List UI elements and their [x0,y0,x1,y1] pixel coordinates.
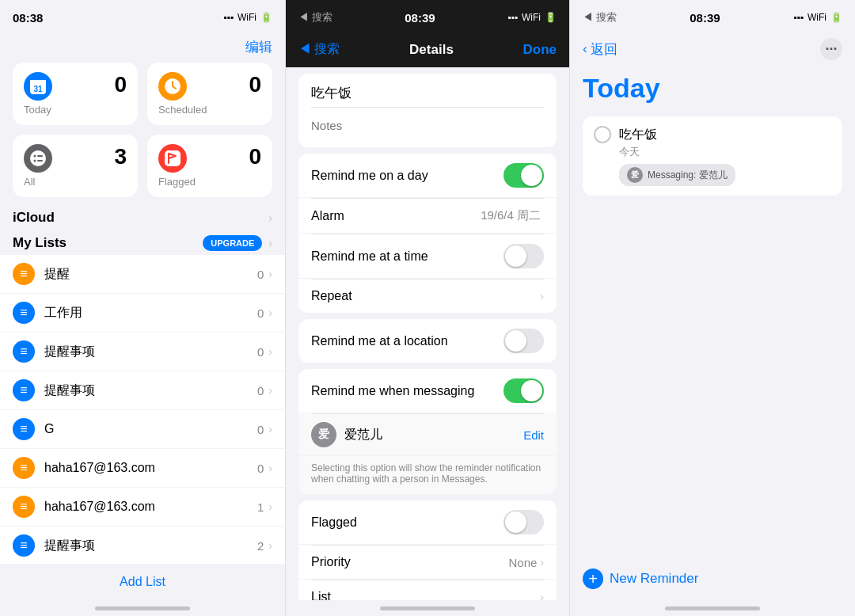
p2-title: Details [409,42,454,58]
remind-time-row: Remind me at a time [298,234,557,279]
upgrade-button[interactable]: UPGRADE [203,235,262,251]
list-chevron-1: › [268,306,272,319]
new-reminder-label: New Reminder [610,571,698,587]
status-bar-p2: ◀ 搜索 08:39 ▪▪▪ WiFi 🔋 [286,0,569,35]
scheduled-smart-icon [158,72,187,101]
remind-messaging-toggle[interactable] [504,378,544,403]
today-body: 吃午饭 今天 爱 Messaging: 爱范儿 [570,116,855,557]
notes-input[interactable] [298,108,557,147]
smart-card-scheduled[interactable]: 0 Scheduled [147,63,272,125]
today-item-sub-0: 今天 [594,145,831,159]
my-lists-chevron-icon: › [268,237,272,249]
remind-day-toggle[interactable] [504,163,544,188]
svg-point-7 [34,160,36,162]
list-name-7: 提醒事项 [44,538,257,554]
more-icon: ··· [825,41,837,58]
flagged-row: Flagged [298,500,557,545]
p2-back-button[interactable]: ◀ 搜索 [298,41,340,58]
smart-card-all[interactable]: 3 All [13,135,138,197]
alarm-label: Alarm [311,209,481,223]
p2-done-button[interactable]: Done [522,42,557,58]
icloud-section[interactable]: iCloud › [0,207,285,229]
list-chevron-6: › [268,500,272,513]
today-panel: ◀ 搜索 08:39 ▪▪▪ WiFi 🔋 ‹ 返回 ··· Today 吃午饭… [570,0,855,616]
p2-navbar: ◀ 搜索 Details Done [286,35,569,67]
list-item-0[interactable]: ≡ 提醒 0 › [0,254,285,294]
svg-rect-9 [37,160,43,162]
list-item-6[interactable]: ≡ haha167@163.com 1 › [0,488,285,527]
list-row[interactable]: List › [298,580,557,600]
status-icons-p3: ▪▪▪ WiFi 🔋 [793,12,842,23]
remind-time-toggle[interactable] [504,244,544,268]
contact-edit-button[interactable]: Edit [523,428,544,442]
messaging-hint: Selecting this option will show the remi… [298,456,557,494]
wifi-icon: WiFi [238,12,256,23]
list-item-5[interactable]: ≡ haha167@163.com 0 › [0,449,285,488]
p3-more-button[interactable]: ··· [820,38,842,60]
alarm-value: 19/6/4 周二 [481,208,541,223]
list-name-5: haha167@163.com [44,461,257,475]
list-name-0: 提醒 [44,266,257,283]
badge-text-0: Messaging: 爱范儿 [648,169,728,182]
today-label: Today [24,104,127,116]
all-smart-icon [24,144,52,173]
remind-day-label: Remind me on a day [311,169,504,183]
smart-card-today[interactable]: 31 0 Today [13,63,138,125]
badge-avatar-char-0: 爱 [631,169,639,181]
flagged-toggle[interactable] [504,510,544,534]
p3-back-button[interactable]: ‹ 返回 [583,40,618,59]
task-title-input[interactable] [298,74,557,107]
all-count: 3 [114,144,127,169]
remind-location-toggle[interactable] [504,329,544,353]
p2-back-search[interactable]: ◀ 搜索 [298,10,332,25]
today-item-row-0: 吃午饭 [594,126,831,143]
edit-button[interactable]: 编辑 [245,38,272,56]
task-title-section [298,74,557,147]
priority-label: Priority [311,555,508,569]
list-chevron-0: › [268,268,272,280]
smart-card-top-today: 31 0 [24,72,127,101]
today-checkbox-0[interactable] [594,126,611,143]
remind-messaging-row: Remind me when messaging [298,369,557,413]
add-list-button[interactable]: Add List [0,564,285,600]
list-label: List [311,590,540,600]
flagged-count: 0 [249,144,261,169]
priority-value: None [508,556,537,569]
list-item-3[interactable]: ≡ 提醒事项 0 › [0,371,285,410]
remind-messaging-knob [521,380,542,401]
status-bar-p1: 08:38 ▪▪▪ WiFi 🔋 [0,0,285,35]
status-bar-p3: ◀ 搜索 08:39 ▪▪▪ WiFi 🔋 [570,0,855,35]
list-item-7[interactable]: ≡ 提醒事项 2 › [0,527,285,564]
priority-row[interactable]: Priority None › [298,546,557,580]
repeat-row[interactable]: Repeat › [298,279,557,313]
home-indicator-p1 [0,600,285,616]
home-bar-p3 [665,606,760,610]
priority-chevron-icon: › [540,556,544,568]
list-item-1[interactable]: ≡ 工作用 0 › [0,294,285,333]
remind-messaging-label: Remind me when messaging [311,384,504,398]
remind-time-knob [505,245,526,267]
list-item-4[interactable]: ≡ G 0 › [0,410,285,449]
my-lists-controls: UPGRADE › [203,235,272,251]
alarm-row: Alarm 19/6/4 周二 [298,199,557,234]
list-icon-0: ≡ [13,263,35,285]
smart-card-flagged[interactable]: 0 Flagged [147,135,272,197]
status-time-p1: 08:38 [13,11,43,25]
my-lists-header: My Lists UPGRADE › [0,229,285,254]
p3-back-search[interactable]: ◀ 搜索 [583,10,617,25]
battery-icon: 🔋 [260,12,272,23]
icloud-chevron-icon: › [268,211,272,224]
messaging-contact-row: 爱 爱范儿 Edit [298,414,557,456]
list-chevron-5: › [268,462,272,474]
today-title: Today [570,70,855,116]
today-item-text-0: 吃午饭 [619,127,657,143]
list-item-2[interactable]: ≡ 提醒事项 0 › [0,333,285,371]
new-reminder-button[interactable]: + New Reminder [570,557,855,600]
battery-icon-p2: 🔋 [545,12,557,23]
home-bar-p1 [95,606,190,610]
list-name-3: 提醒事项 [44,382,257,399]
repeat-chevron-icon: › [540,290,544,302]
new-reminder-plus-icon: + [583,568,603,589]
scheduled-label: Scheduled [158,104,261,116]
today-smart-icon: 31 [24,72,52,101]
